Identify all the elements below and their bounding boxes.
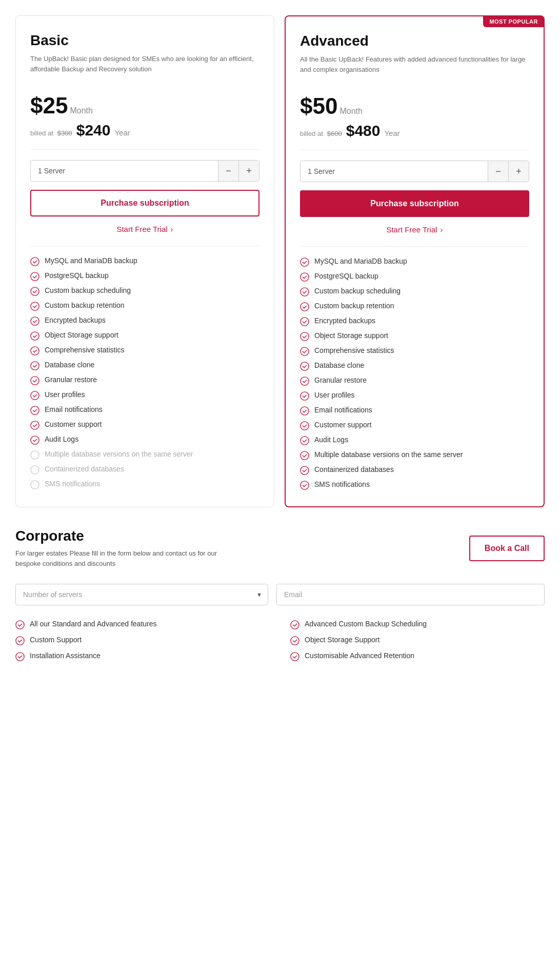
list-item: Email notifications: [30, 405, 259, 415]
check-active-icon: [30, 376, 39, 385]
svg-point-13: [31, 451, 39, 459]
check-active-icon: [290, 620, 299, 629]
check-inactive-icon: [30, 450, 39, 460]
advanced-purchase-button[interactable]: Purchase subscription: [300, 190, 529, 217]
check-active-icon: [300, 451, 309, 460]
check-active-icon: [30, 272, 39, 281]
check-active-icon: [30, 302, 39, 311]
corporate-info: Corporate For larger estates Please fill…: [15, 528, 459, 568]
check-active-icon: [30, 421, 39, 430]
list-item: Database clone: [300, 361, 529, 371]
svg-point-37: [291, 653, 299, 661]
corporate-description: For larger estates Please fill in the fo…: [15, 548, 231, 568]
advanced-yearly-price: billed at $600 $480 Year: [300, 122, 529, 150]
check-inactive-icon: [30, 465, 39, 475]
advanced-free-trial-link[interactable]: Start Free Trial ›: [300, 225, 529, 234]
svg-point-36: [16, 653, 24, 661]
list-item: Comprehensive statistics: [30, 346, 259, 355]
advanced-server-increment[interactable]: +: [508, 161, 529, 182]
book-call-button[interactable]: Book a Call: [469, 536, 545, 561]
list-item: User profiles: [300, 391, 529, 401]
list-item: Granular restore: [30, 376, 259, 385]
server-count-wrapper: Number of servers 1 2 5 10 20+ ▾: [15, 584, 268, 605]
list-item: Granular restore: [300, 376, 529, 386]
check-active-icon: [300, 272, 309, 282]
check-active-icon: [300, 406, 309, 416]
check-active-icon: [300, 481, 309, 490]
advanced-billed-label: billed at: [300, 130, 323, 137]
list-item: Object Storage Support: [290, 636, 545, 645]
basic-billed-label: billed at: [30, 129, 53, 137]
check-active-icon: [30, 361, 39, 370]
list-item: Database clone: [30, 361, 259, 370]
corporate-inputs: Number of servers 1 2 5 10 20+ ▾: [15, 584, 545, 605]
advanced-divider: [300, 246, 529, 247]
basic-server-decrement[interactable]: −: [218, 161, 238, 181]
check-active-icon: [15, 620, 25, 629]
check-active-icon: [290, 636, 299, 645]
list-item: Custom backup scheduling: [30, 286, 259, 296]
svg-point-18: [301, 288, 309, 296]
advanced-plan-description: All the Basic UpBack! Features with adde…: [300, 54, 529, 83]
svg-point-25: [301, 392, 309, 400]
check-active-icon: [300, 391, 309, 401]
basic-plan-description: The UpBack! Basic plan designed for SMEs…: [30, 54, 259, 83]
check-inactive-icon: [30, 480, 39, 489]
check-active-icon: [300, 302, 309, 311]
basic-server-selector: 1 Server − +: [30, 160, 259, 182]
svg-point-28: [301, 437, 309, 445]
svg-point-30: [301, 466, 309, 475]
svg-point-23: [301, 362, 309, 370]
list-item: Email notifications: [300, 406, 529, 416]
basic-purchase-button[interactable]: Purchase subscription: [30, 190, 259, 216]
check-active-icon: [30, 391, 39, 400]
check-active-icon: [300, 421, 309, 430]
check-active-icon: [300, 332, 309, 341]
check-active-icon: [30, 317, 39, 326]
email-field[interactable]: [276, 584, 545, 605]
list-item: Audit Logs: [300, 436, 529, 445]
advanced-price-amount: $50: [300, 93, 337, 119]
corporate-features: All our Standard and Advanced features A…: [15, 620, 545, 661]
advanced-server-decrement[interactable]: −: [488, 161, 508, 182]
svg-point-34: [16, 637, 24, 645]
svg-point-20: [301, 318, 309, 326]
list-item: Installation Assistance: [15, 651, 270, 661]
advanced-original-price: $600: [327, 130, 342, 137]
svg-point-19: [301, 303, 309, 311]
svg-point-7: [31, 362, 39, 370]
svg-point-16: [301, 258, 309, 266]
list-item: Containerized databases: [300, 465, 529, 475]
advanced-trial-arrow: ›: [441, 225, 443, 234]
number-of-servers-select[interactable]: Number of servers 1 2 5 10 20+: [15, 584, 268, 605]
svg-point-22: [301, 347, 309, 355]
check-active-icon: [300, 466, 309, 475]
corporate-section: Corporate For larger estates Please fill…: [0, 507, 560, 677]
svg-point-31: [301, 481, 309, 489]
check-active-icon: [300, 347, 309, 356]
list-item: Object Storage support: [300, 331, 529, 341]
check-active-icon: [300, 258, 309, 267]
basic-trial-arrow: ›: [171, 225, 173, 233]
advanced-yearly-label: Year: [384, 129, 399, 137]
check-active-icon: [300, 317, 309, 326]
basic-free-trial-link[interactable]: Start Free Trial ›: [30, 225, 259, 233]
list-item: User profiles: [30, 390, 259, 400]
svg-point-8: [31, 377, 39, 385]
list-item: SMS notifications: [300, 480, 529, 490]
basic-server-increment[interactable]: +: [238, 161, 259, 181]
check-active-icon: [300, 362, 309, 371]
svg-point-2: [31, 287, 39, 295]
basic-price-period: Month: [70, 106, 92, 115]
advanced-price-period: Month: [339, 107, 362, 116]
svg-point-4: [31, 317, 39, 325]
advanced-server-label: 1 Server: [301, 162, 488, 181]
svg-point-11: [31, 421, 39, 429]
list-item: Object Storage support: [30, 331, 259, 341]
svg-point-33: [291, 621, 299, 629]
svg-point-21: [301, 332, 309, 341]
basic-yearly-price: billed at $300 $240 Year: [30, 122, 259, 150]
check-active-icon: [30, 346, 39, 355]
pricing-section: Basic The UpBack! Basic plan designed fo…: [0, 0, 560, 507]
check-active-icon: [30, 257, 39, 266]
